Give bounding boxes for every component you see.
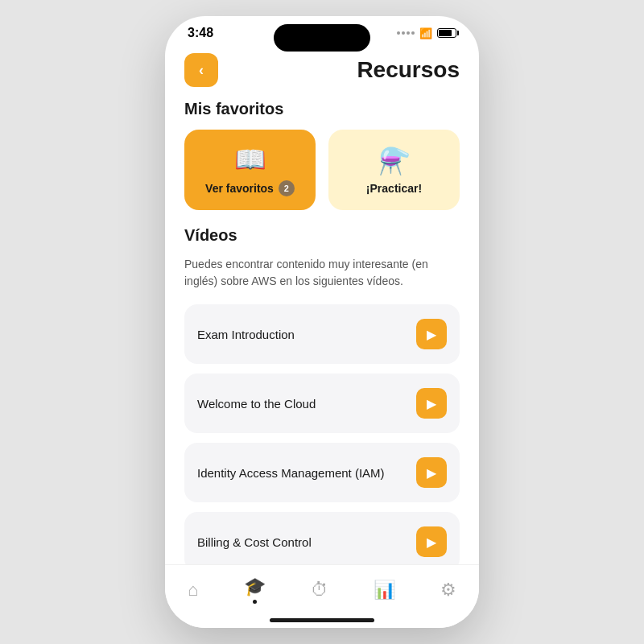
video-play-button[interactable]: ▶	[416, 388, 447, 419]
video-label: Exam Introduction	[197, 328, 295, 341]
graduation-cap-icon: 🎓	[244, 576, 266, 597]
video-play-button[interactable]: ▶	[416, 319, 447, 349]
video-list: Exam Introduction ▶ Welcome to the Cloud…	[184, 304, 460, 564]
favorites-card[interactable]: 📖 Ver favoritos 2	[184, 130, 316, 210]
play-icon: ▶	[427, 396, 436, 411]
video-item-billing[interactable]: Billing & Cost Control ▶	[184, 512, 460, 564]
video-item-exam-intro[interactable]: Exam Introduction ▶	[184, 304, 460, 364]
play-icon: ▶	[427, 535, 436, 550]
practice-label: ¡Practicar!	[366, 182, 422, 195]
favorites-grid: 📖 Ver favoritos 2 ⚗️ ¡Practicar!	[184, 130, 460, 210]
wifi-icon: 📶	[419, 27, 432, 39]
battery-icon	[437, 28, 456, 38]
header: ‹ Recursos	[165, 45, 479, 100]
home-icon: ⌂	[188, 580, 198, 601]
phone-frame: 3:48 📶 ‹ Recursos Mis favoritos	[165, 16, 479, 628]
bottom-nav: ⌂ 🎓 ⏱ 📊 ⚙	[165, 564, 479, 612]
status-bar: 3:48 📶	[165, 16, 479, 45]
home-bar	[270, 618, 374, 622]
active-indicator	[253, 600, 257, 604]
nav-home[interactable]: ⌂	[178, 576, 208, 604]
favorites-label: Ver favoritos 2	[205, 180, 295, 196]
page-title: Recursos	[357, 57, 460, 83]
flask-icon: ⚗️	[378, 148, 411, 174]
back-chevron-icon: ‹	[199, 63, 204, 77]
favorites-badge: 2	[279, 180, 295, 196]
book-icon: 📖	[234, 147, 266, 172]
videos-description: Puedes encontrar contenido muy interesan…	[184, 256, 460, 290]
nav-learn[interactable]: 🎓	[234, 573, 275, 607]
back-button[interactable]: ‹	[184, 53, 218, 87]
play-icon: ▶	[427, 327, 436, 342]
signal-icon	[397, 31, 415, 35]
video-play-button[interactable]: ▶	[416, 526, 447, 557]
video-item-welcome[interactable]: Welcome to the Cloud ▶	[184, 374, 460, 433]
timer-icon: ⏱	[311, 580, 328, 601]
stats-icon: 📊	[374, 580, 395, 601]
status-time: 3:48	[188, 26, 213, 40]
nav-timer[interactable]: ⏱	[301, 576, 338, 604]
status-icons: 📶	[397, 27, 456, 39]
video-label: Billing & Cost Control	[197, 535, 312, 549]
video-item-iam[interactable]: Identity Access Management (IAM) ▶	[184, 443, 460, 502]
videos-title: Vídeos	[184, 226, 460, 245]
videos-section: Vídeos Puedes encontrar contenido muy in…	[165, 226, 479, 564]
video-label: Welcome to the Cloud	[197, 397, 316, 411]
favorites-section: Mis favoritos 📖 Ver favoritos 2 ⚗️ ¡Prac…	[165, 100, 479, 210]
main-content: ‹ Recursos Mis favoritos 📖 Ver favoritos…	[165, 45, 479, 564]
play-icon: ▶	[427, 465, 436, 481]
nav-settings[interactable]: ⚙	[431, 576, 466, 604]
practice-card[interactable]: ⚗️ ¡Practicar!	[328, 130, 460, 210]
gear-icon: ⚙	[440, 580, 456, 601]
dynamic-island	[274, 24, 370, 52]
favorites-title: Mis favoritos	[184, 100, 460, 118]
nav-stats[interactable]: 📊	[364, 576, 405, 604]
video-label: Identity Access Management (IAM)	[197, 466, 385, 480]
video-play-button[interactable]: ▶	[416, 457, 447, 488]
home-indicator	[165, 612, 479, 628]
